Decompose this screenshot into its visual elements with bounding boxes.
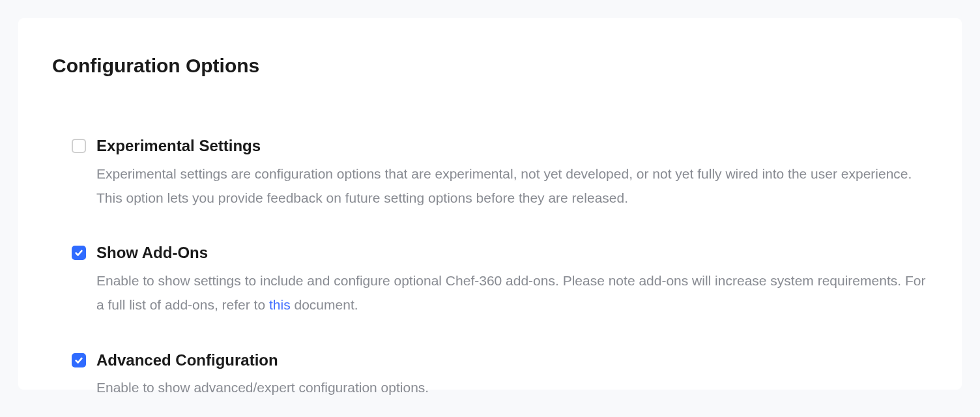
checkbox-advanced-configuration[interactable]: [72, 353, 86, 367]
option-label[interactable]: Experimental Settings: [96, 137, 928, 156]
option-description: Enable to show advanced/expert configura…: [96, 376, 928, 400]
option-show-add-ons: Show Add-Ons Enable to show settings to …: [72, 244, 928, 317]
desc-text-prefix: Enable to show settings to include and c…: [96, 273, 925, 312]
option-label[interactable]: Show Add-Ons: [96, 244, 928, 263]
option-experimental-settings: Experimental Settings Experimental setti…: [72, 137, 928, 210]
option-description: Experimental settings are configuration …: [96, 162, 928, 210]
check-icon: [74, 248, 83, 257]
option-content: Experimental Settings Experimental setti…: [96, 137, 928, 210]
checkbox-show-add-ons[interactable]: [72, 246, 86, 260]
addons-doc-link[interactable]: this: [269, 297, 291, 312]
option-content: Advanced Configuration Enable to show ad…: [96, 351, 928, 401]
option-content: Show Add-Ons Enable to show settings to …: [96, 244, 928, 317]
checkbox-experimental-settings[interactable]: [72, 139, 86, 153]
option-list: Experimental Settings Experimental setti…: [52, 137, 928, 400]
page-title: Configuration Options: [52, 55, 928, 77]
option-description: Enable to show settings to include and c…: [96, 269, 928, 317]
option-label[interactable]: Advanced Configuration: [96, 351, 928, 370]
check-icon: [74, 356, 83, 365]
config-card: Configuration Options Experimental Setti…: [18, 18, 962, 390]
desc-text-suffix: document.: [291, 297, 358, 312]
option-advanced-configuration: Advanced Configuration Enable to show ad…: [72, 351, 928, 401]
